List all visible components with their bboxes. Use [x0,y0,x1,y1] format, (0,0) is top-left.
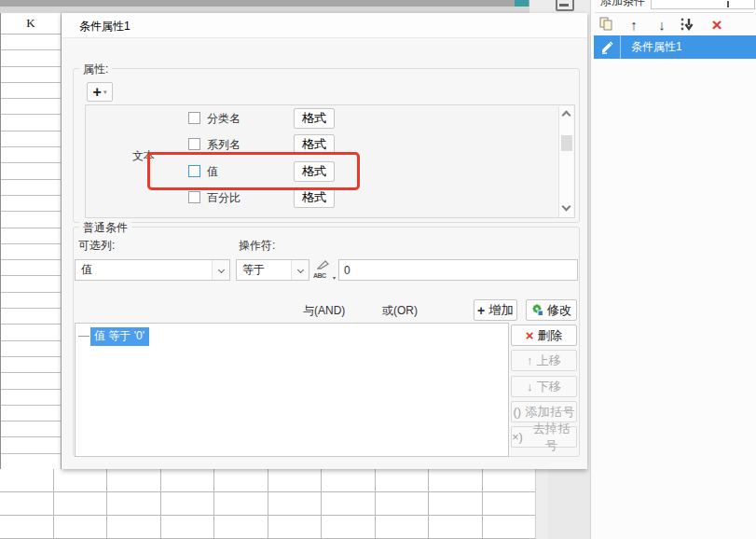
remove-bracket-button[interactable]: ×) 去掉括号 [511,426,577,448]
add-attribute-button[interactable]: + ▾ [87,82,113,102]
modify-condition-label: 修改 [547,302,572,319]
move-to-bottom-button[interactable] [675,15,699,34]
add-condition-label: 增加 [488,302,514,319]
condition-item-selected[interactable]: 值 等于 '0' [90,327,149,346]
app-window: K 条件属性1 属性: + ▾ 文本 分类名 格式 系列名 格式 [0,0,756,539]
attribute-group-label: 属性: [79,62,112,77]
series-name-label: 系列名 [207,137,241,153]
chevron-down-icon: ▾ [103,89,107,96]
format-button-series[interactable]: 格式 [294,134,335,155]
horizontal-scrollbar[interactable] [0,0,529,7]
crossed-bracket-icon: ×) [512,431,523,443]
operator-label: 操作符: [239,238,275,254]
column-dropdown[interactable]: 值 [75,259,230,281]
delete-label: 删除 [538,327,563,344]
delete-button[interactable]: × 删除 [511,325,577,346]
move-down-button[interactable]: ↓ 下移 [511,376,577,397]
plus-icon: + [93,85,102,100]
checkbox-percentage[interactable] [188,191,200,203]
chevron-down-icon: ▾ [333,274,336,281]
pencil-icon [600,40,614,54]
panel-header-dropdown[interactable] [651,0,755,9]
category-name-label: 分类名 [207,111,241,127]
plus-icon: + [477,304,485,317]
format-button-percentage[interactable]: 格式 [294,187,335,208]
condition-list-panel: 添加条件 ↑ ↓ × [590,0,756,539]
brackets-icon: () [514,406,522,418]
toolbar-edge [0,7,529,13]
percentage-label: 百分比 [207,190,241,206]
or-radio-label: 或(OR) [382,303,418,319]
modify-condition-button[interactable]: 修改 [526,299,577,321]
remove-bracket-label: 去掉括号 [527,421,576,454]
operator-dropdown[interactable]: 等于 [236,259,309,281]
condition-value-input[interactable] [338,259,578,281]
value-type-button[interactable]: ABC ▾ [312,259,336,281]
delete-x-icon: × [526,328,534,342]
condition-attribute-dialog: 条件属性1 属性: + ▾ 文本 分类名 格式 系列名 格式 值 [62,13,587,469]
add-condition-button[interactable]: + 增加 [474,299,517,321]
delete-button-panel[interactable]: × [707,15,727,34]
chevron-down-icon [291,260,309,280]
move-up-button[interactable]: ↑ 上移 [511,350,577,371]
tree-line [78,336,89,337]
condition-attribute-item[interactable]: 条件属性1 [594,35,756,59]
attribute-list-panel: 文本 分类名 格式 系列名 格式 值 格式 百分比 格式 [85,104,575,218]
panel-gutter [548,469,590,539]
move-down-button-panel[interactable]: ↓ [653,15,671,34]
abc-icon: ABC [313,272,326,279]
attribute-panel-scrollbar[interactable] [558,106,573,217]
printer-icon[interactable] [556,0,574,11]
pencil-icon [317,259,330,270]
format-button-value[interactable]: 格式 [294,161,335,182]
down-arrow-icon: ↓ [527,380,533,393]
and-radio-label: 与(AND) [303,303,345,319]
condition-group-label: 普通条件 [79,220,131,236]
attribute-groupbox: 属性: + ▾ 文本 分类名 格式 系列名 格式 值 格式 [73,68,580,223]
move-up-label: 上移 [536,352,561,369]
column-dropdown-value: 值 [76,262,212,278]
condition-list-item[interactable]: 值 等于 '0' [76,324,508,346]
up-arrow-icon: ↑ [527,354,533,366]
dialog-title: 条件属性1 [79,19,131,35]
column-select-label: 可选列: [78,238,115,254]
scroll-down-icon[interactable] [562,202,571,212]
scroll-thumb[interactable] [561,135,572,151]
operator-dropdown-value: 等于 [237,262,291,278]
up-arrow-icon: ↑ [630,18,638,32]
copy-icon [599,17,614,32]
gear-icon [531,304,543,316]
chevron-down-icon [212,260,229,280]
checkbox-value[interactable] [188,165,200,177]
checkbox-series-name[interactable] [188,138,200,150]
spreadsheet-cells[interactable] [1,35,61,469]
spreadsheet-grid[interactable] [0,469,535,539]
down-arrow-icon: ↓ [658,18,666,32]
value-label: 值 [207,164,218,180]
format-button-category[interactable]: 格式 [294,108,335,129]
move-down-label: 下移 [536,379,561,395]
divider [595,12,753,13]
delete-x-icon: × [711,16,722,34]
condition-groupbox: 普通条件 可选列: 操作符: 值 等于 ABC ▾ 与(AND) [73,227,580,457]
condition-item-label: 条件属性1 [621,39,682,55]
dialog-titlebar [62,13,587,38]
scroll-up-icon[interactable] [562,111,571,120]
move-up-button-panel[interactable]: ↑ [625,15,643,34]
scrollbar-thumb[interactable] [515,0,529,7]
move-to-bottom-icon [680,17,695,32]
add-bracket-label: 添加括号 [525,404,574,421]
edit-icon-box [594,35,621,59]
copy-button[interactable] [597,15,617,34]
condition-list[interactable]: 值 等于 '0' [75,323,509,457]
checkbox-category-name[interactable] [188,112,200,124]
vertical-scrollbar[interactable] [535,469,548,539]
text-category-label: 文本 [132,148,155,164]
column-header-k[interactable]: K [1,13,61,35]
